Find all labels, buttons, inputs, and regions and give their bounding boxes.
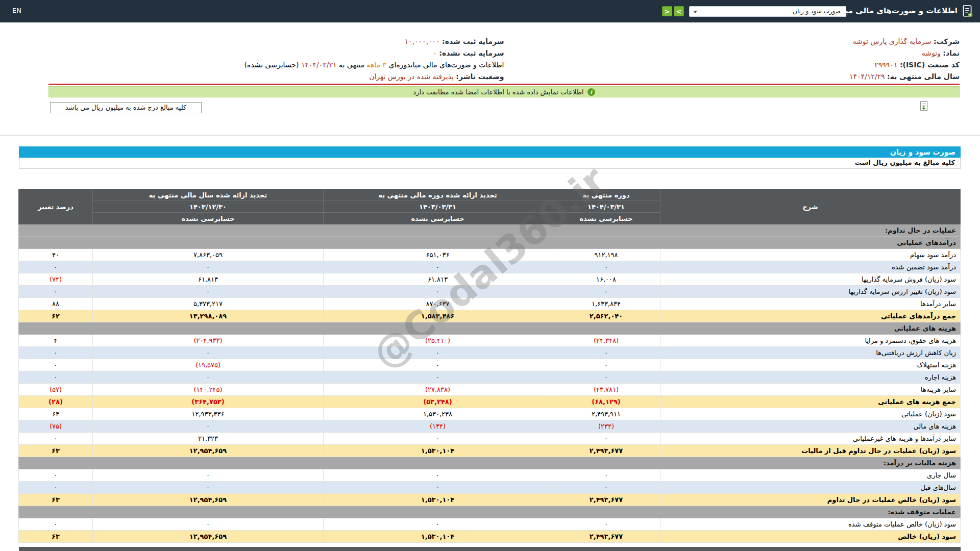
statement-table-wrap: شرح دوره منتهی به تجدید ارائه شده دوره م… xyxy=(19,189,961,543)
section-label: هزینه مالیات بر درآمد: xyxy=(19,457,961,469)
symbol-row: نماد: وتوشه xyxy=(504,47,960,59)
value-current-period: ۰ xyxy=(552,433,660,445)
value-change-percent: ۴ xyxy=(19,335,93,347)
value-restated-prior-year: ۱۲,۹۵۴,۶۵۹ xyxy=(93,494,324,506)
value-restated-prior-period: ۱,۵۳۰,۱۰۴ xyxy=(324,445,552,457)
company-info-left-column: سرمایه ثبت شده: ۱۰,۰۰۰,۰۰۰ سرمایه ثبت نش… xyxy=(48,36,504,83)
unregistered-capital-label: سرمایه ثبت نشده: xyxy=(439,49,504,57)
listing-status-label: وضعیت ناشر: xyxy=(456,72,504,81)
value-restated-prior-year: ۰ xyxy=(93,371,324,384)
company-name-row: شرکت: سرمایه گذاری پارس توشه xyxy=(504,36,960,47)
row-label: زیان کاهش ارزش دریافتنی‌ها xyxy=(660,347,961,359)
value-current-period: ۲,۴۹۳,۶۷۷ xyxy=(552,531,660,543)
language-link[interactable]: EN xyxy=(12,7,21,14)
value-change-percent: (۷۴) xyxy=(19,273,93,286)
statement-row: سود (زیان) عملیات در حال تداوم قبل از ما… xyxy=(19,445,961,457)
value-restated-prior-year: ۱۲,۹۵۴,۶۵۹ xyxy=(93,531,324,543)
statement-type-value: صورت سود و زیان xyxy=(793,8,841,15)
statement-row: هزینه اجاره۰۰۰۰ xyxy=(19,371,961,384)
report-period-audit-note: (حسابرسی نشده) xyxy=(244,61,299,69)
section-label: عملیات متوقف شده: xyxy=(19,506,961,518)
value-restated-prior-year: ۷,۸۶۳,۰۵۹ xyxy=(93,249,324,261)
prev-statement-button[interactable]: < xyxy=(662,6,672,16)
section-label: درآمدهای عملیاتی xyxy=(19,237,961,249)
value-change-percent: ۰ xyxy=(19,359,93,371)
value-change-percent: (۵۷) xyxy=(19,384,93,396)
statement-row: درآمد سود تضمین شده۰۰۰۰ xyxy=(19,261,961,273)
row-label: هزینه استهلاک xyxy=(660,359,961,371)
value-change-percent: ۸۸ xyxy=(19,298,93,310)
next-statement-button[interactable]: > xyxy=(674,6,684,16)
row-label: درآمد سود سهام xyxy=(660,249,961,261)
statement-row: سود (زیان) فروش سرمایه گذاریها۱۶,۰۰۸۶۱,۸… xyxy=(19,273,961,286)
export-icon[interactable] xyxy=(918,101,929,112)
statement-row: سایر درآمدها۱,۶۳۳,۸۳۴۸۷۰,۶۳۷۵,۳۷۳,۲۱۷۸۸ xyxy=(19,298,961,310)
statement-row: جمع درآمدهای عملیاتی۲,۵۶۲,۰۴۰۱,۵۸۳,۴۸۶۱۳… xyxy=(19,310,961,322)
statement-row: زیان کاهش ارزش دریافتنی‌ها۰۰۰۰ xyxy=(19,347,961,359)
section-divider xyxy=(0,135,980,136)
registered-capital-row: سرمایه ثبت شده: ۱۰,۰۰۰,۰۰۰ xyxy=(48,36,504,47)
value-current-period: ۰ xyxy=(552,261,660,273)
unregistered-capital-row: سرمایه ثبت نشده: ۰ xyxy=(48,47,504,59)
row-label: سایر هزینه‌ها xyxy=(660,384,961,396)
value-change-percent: ۰ xyxy=(19,261,93,273)
value-current-period: ۲,۵۶۲,۰۴۰ xyxy=(552,310,660,322)
report-period-length: ۳ ماهه xyxy=(366,61,386,69)
value-restated-prior-period: ۰ xyxy=(324,371,552,384)
value-restated-prior-year: ۶۱,۸۱۳ xyxy=(93,273,324,286)
statement-table-head: شرح دوره منتهی به تجدید ارائه شده دوره م… xyxy=(19,189,961,224)
value-current-period: ۱,۶۳۳,۸۳۴ xyxy=(552,298,660,310)
row-label: سال‌های قبل xyxy=(660,482,961,494)
value-current-period: ۲,۴۹۳,۶۷۷ xyxy=(552,494,660,506)
report-period-prefix: اطلاعات و صورت‌های مالی میاندوره‌ای xyxy=(388,61,504,69)
statement-row: سود (زیان) خالص عملیات در حال تداوم۲,۴۹۳… xyxy=(19,494,961,506)
statement-row: سایر درآمدها و هزینه های غیرعملیاتی۰۰۲۱,… xyxy=(19,433,961,445)
value-restated-prior-year: ۰ xyxy=(93,469,324,482)
registered-capital-value: ۱۰,۰۰۰,۰۰۰ xyxy=(405,37,440,45)
value-current-period: ۲,۴۹۳,۶۷۷ xyxy=(552,445,660,457)
value-change-percent: (۲۸) xyxy=(19,396,93,408)
value-current-period: ۰ xyxy=(552,469,660,482)
report-period-date: ۱۴۰۴/۰۳/۳۱ xyxy=(301,61,337,69)
value-current-period: ۰ xyxy=(552,359,660,371)
value-change-percent: ۰ xyxy=(19,482,93,494)
statement-row: سود (زیان) تغییر ارزش سرمایه گذاریها۰۰۰۰ xyxy=(19,286,961,298)
value-restated-prior-period: ۰ xyxy=(324,482,552,494)
info-icon: i xyxy=(587,88,595,96)
section-header-row: هزینه مالیات بر درآمد: xyxy=(19,457,961,469)
value-restated-prior-period: ۱,۵۳۰,۱۰۴ xyxy=(324,531,552,543)
company-name-value: سرمایه گذاری پارس توشه xyxy=(853,37,932,45)
units-note-button[interactable]: کلیه مبالغ درج شده به میلیون ریال می باش… xyxy=(50,102,202,113)
fiscal-year-label: سال مالی منتهی به: xyxy=(887,72,960,81)
value-current-period: ۰ xyxy=(552,371,660,384)
value-restated-prior-year: ۰ xyxy=(93,261,324,273)
statement-row: هزینه استهلاک۰۰(۱۹,۵۷۵)۰ xyxy=(19,359,961,371)
value-change-percent: ۰ xyxy=(19,433,93,445)
report-doc-icon xyxy=(962,5,973,20)
statement-row: هزینه های حقوق، دستمزد و مزایا(۲۴,۳۴۸)(۲… xyxy=(19,335,961,347)
row-label: هزینه اجاره xyxy=(660,371,961,384)
value-restated-prior-year: ۰ xyxy=(93,420,324,433)
listing-status-value: پذیرفته شده در بورس تهران xyxy=(369,72,454,81)
value-restated-prior-period: (۱۳۴) xyxy=(324,420,552,433)
row-label: سایر درآمدها و هزینه های غیرعملیاتی xyxy=(660,433,961,445)
value-change-percent: ۰ xyxy=(19,371,93,384)
row-label: هزینه های حقوق، دستمزد و مزایا xyxy=(660,335,961,347)
statement-type-select[interactable]: صورت سود و زیان xyxy=(689,6,846,17)
value-restated-prior-period: ۶۱,۸۱۳ xyxy=(324,273,552,286)
value-current-period: (۶۸,۱۲۹) xyxy=(552,396,660,408)
section-header-row: درآمدهای عملیاتی xyxy=(19,237,961,249)
statement-table-body: عملیات در حال تداوم:درآمدهای عملیاتیدرآم… xyxy=(19,224,961,543)
row-label: جمع هزینه های عملیاتی xyxy=(660,396,961,408)
value-current-period: ۲,۴۹۳,۹۱۱ xyxy=(552,408,660,420)
income-statement-section: صورت سود و زیان کلیه مبالغ به میلیون ریا… xyxy=(19,146,961,543)
header-restated-year-title: تجدید ارائه شده سال مالی منتهی به xyxy=(93,189,324,201)
company-name-label: شرکت: xyxy=(934,37,960,45)
isic-value: ۲۹۹۹۰۱ xyxy=(874,61,897,69)
value-change-percent: ۶۳ xyxy=(19,445,93,457)
header-current-date: ۱۴۰۴/۰۳/۳۱ xyxy=(552,201,660,213)
section-label: عملیات در حال تداوم: xyxy=(19,224,961,237)
value-restated-prior-year: ۵,۳۷۳,۲۱۷ xyxy=(93,298,324,310)
value-restated-prior-year: ۲۱,۳۲۳ xyxy=(93,433,324,445)
value-restated-prior-period: ۱,۵۳۰,۲۳۸ xyxy=(324,408,552,420)
